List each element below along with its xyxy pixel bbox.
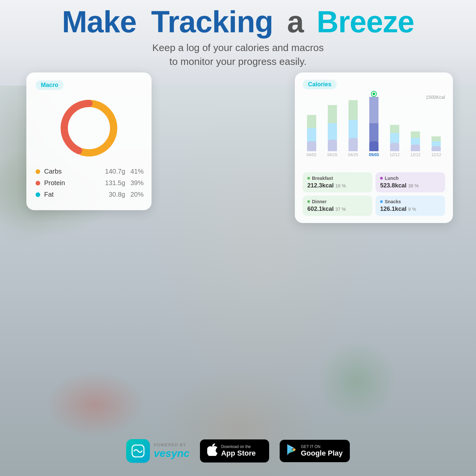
macro-item-fat: Fat 30.8g 20% <box>36 191 142 198</box>
dinner-stats: 602.1kcal 37 % <box>307 206 368 212</box>
fat-pct: 20% <box>130 191 142 198</box>
scene-overlay <box>0 0 476 476</box>
powered-by-label: POWERED BY <box>154 442 190 447</box>
dinner-dot <box>307 200 310 203</box>
bar-seg-3 <box>369 97 378 123</box>
brand-icon <box>126 439 150 463</box>
breakfast-name: Breakfast <box>312 176 333 181</box>
macro-badge: Macro <box>36 80 64 90</box>
bar-date: 04/25 <box>348 153 358 157</box>
header: Make Tracking a Breeze Keep a log of you… <box>0 7 476 69</box>
bar-seg-3 <box>328 105 337 123</box>
bar-seg-2 <box>369 123 378 141</box>
calories-chart: 1500Kcal 04/02 04/15 <box>303 95 445 167</box>
donut-svg <box>56 95 122 161</box>
brand-logo: POWERED BY vesync <box>126 439 190 463</box>
bar-stack <box>411 131 420 151</box>
calories-badge: Calories <box>303 80 337 89</box>
active-dot <box>372 92 376 96</box>
bar-stack <box>307 115 316 151</box>
protein-pct: 39% <box>130 179 142 187</box>
app-store-large: App Store <box>221 449 256 458</box>
lunch-name: Lunch <box>385 176 399 181</box>
google-play-text: GET IT ON Google Play <box>301 444 343 458</box>
brand-sync: sync <box>165 447 189 459</box>
bar-stack <box>369 97 378 151</box>
bar-date: 04/15 <box>327 153 337 157</box>
breakfast-dot <box>307 177 310 180</box>
title-tracking: Tracking <box>151 5 273 39</box>
bar-seg-3 <box>432 136 441 141</box>
brand-ve: ve <box>154 447 166 459</box>
macro-item-protein: Protein 131.5g 39% <box>36 179 142 187</box>
bar-12-12-c: 12/12 <box>428 136 445 157</box>
bars-container: 04/02 04/15 04/25 <box>303 95 445 157</box>
google-play-small: GET IT ON <box>301 444 343 449</box>
footer: POWERED BY vesync Download on the App St… <box>0 439 476 463</box>
meal-title-row: Breakfast <box>307 176 368 181</box>
bar-date: 12/12 <box>431 153 441 157</box>
google-play-icon <box>287 444 297 458</box>
bar-seg-1 <box>349 138 358 151</box>
calories-card: Calories 1500Kcal 04/02 04/15 <box>295 72 453 223</box>
app-store-text: Download on the App Store <box>221 444 256 458</box>
vesync-icon-svg <box>131 444 145 458</box>
title-breeze: Breeze <box>317 5 414 39</box>
carbs-value: 140.7g <box>105 168 125 175</box>
meal-title-row: Dinner <box>307 199 368 204</box>
app-store-button[interactable]: Download on the App Store <box>200 439 269 462</box>
protein-dot <box>36 181 40 185</box>
bar-seg-2 <box>349 120 358 138</box>
bar-seg-2 <box>307 128 316 141</box>
dinner-name: Dinner <box>312 199 326 204</box>
bar-seg-2 <box>432 141 441 146</box>
apple-icon <box>207 443 218 459</box>
meal-snacks: Snacks 126.1kcal 9 % <box>376 196 445 216</box>
chart-max-label: 1500Kcal <box>426 95 445 100</box>
active-bar-wrapper <box>369 97 378 151</box>
lunch-dot <box>380 177 383 180</box>
fat-value: 30.8g <box>109 191 125 198</box>
bar-seg-3 <box>349 100 358 120</box>
meal-breakfast: Breakfast 212.3kcal 16 % <box>303 172 372 192</box>
bar-date-active: 05/03 <box>369 153 379 157</box>
meal-title-row: Lunch <box>380 176 440 181</box>
bar-seg-2 <box>328 123 337 140</box>
bar-04-25: 04/25 <box>344 100 362 157</box>
bar-date: 12/12 <box>390 153 400 157</box>
bar-stack <box>432 136 441 151</box>
subtitle: Keep a log of your calories and macros t… <box>0 41 476 69</box>
title-a: a <box>287 5 304 39</box>
meal-lunch: Lunch 523.8kcal 38 % <box>376 172 445 192</box>
bar-seg-2 <box>390 133 399 143</box>
bar-04-02: 04/02 <box>303 115 320 157</box>
bar-12-12-b: 12/12 <box>407 131 424 157</box>
bar-seg-1 <box>328 140 337 151</box>
apple-logo-svg <box>207 443 218 456</box>
bar-seg-1 <box>307 141 316 151</box>
breakfast-stats: 212.3kcal 16 % <box>307 182 368 189</box>
fat-dot <box>36 192 40 197</box>
brand-name: vesync <box>154 447 190 460</box>
bar-stack <box>390 125 399 151</box>
google-play-button[interactable]: GET IT ON Google Play <box>280 440 350 462</box>
bar-date: 12/12 <box>410 153 420 157</box>
snacks-dot <box>380 200 383 203</box>
meal-dinner: Dinner 602.1kcal 37 % <box>303 196 372 216</box>
bar-seg-1 <box>432 146 441 151</box>
bar-seg-1 <box>390 143 399 151</box>
bar-seg-3 <box>390 125 399 133</box>
bar-seg-2 <box>411 138 420 145</box>
bar-seg-3 <box>411 131 420 138</box>
title-make: Make <box>62 5 136 39</box>
carbs-pct: 41% <box>130 168 142 175</box>
lunch-stats: 523.8kcal 38 % <box>380 182 440 189</box>
bar-12-12-a: 12/12 <box>386 125 404 157</box>
app-store-small: Download on the <box>221 444 256 449</box>
bar-04-15: 04/15 <box>323 105 341 157</box>
macro-item-carbs: Carbs 140.7g 41% <box>36 168 142 175</box>
protein-value: 131.5g <box>105 179 125 187</box>
google-play-logo-svg <box>287 444 297 456</box>
brand-text: POWERED BY vesync <box>154 442 190 460</box>
macro-list: Carbs 140.7g 41% Protein 131.5g 39% Fat … <box>36 168 142 198</box>
